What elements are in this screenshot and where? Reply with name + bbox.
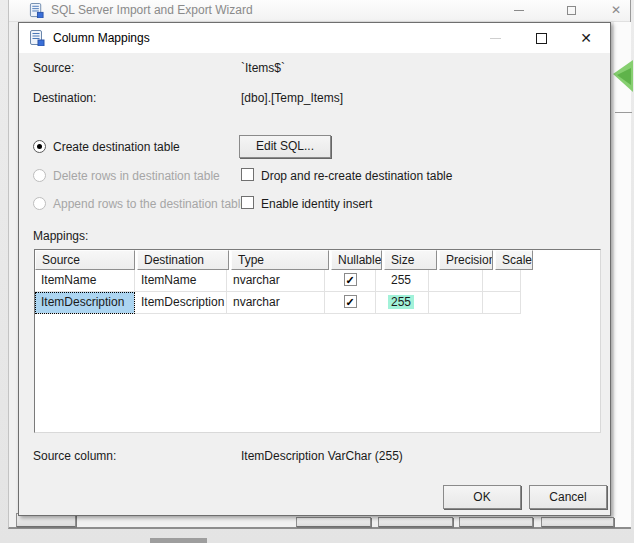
radio-append-rows: [33, 197, 46, 210]
cell-size[interactable]: 255: [376, 292, 429, 314]
table-row: ItemName ItemName nvarchar ✓ 255: [35, 270, 600, 292]
wizard-finish-button-partial[interactable]: [459, 517, 533, 527]
cell-size[interactable]: 255: [376, 270, 429, 292]
grid-header-source[interactable]: Source: [35, 250, 135, 270]
background-window-fragment: [150, 538, 207, 543]
edit-sql-button[interactable]: Edit SQL...: [239, 135, 331, 158]
cell-scale[interactable]: [483, 270, 521, 292]
grid-header-type[interactable]: Type: [231, 250, 329, 270]
dialog-title: Column Mappings: [53, 31, 150, 45]
wizard-cancel-button-partial[interactable]: [541, 517, 614, 527]
cancel-button[interactable]: Cancel: [529, 485, 607, 509]
cell-precision[interactable]: [429, 292, 483, 314]
wizard-maximize-button[interactable]: [556, 0, 586, 21]
radio-delete-rows: [33, 169, 46, 182]
wizard-back-button-partial[interactable]: [296, 517, 371, 527]
grid-header-scale[interactable]: Scale: [495, 250, 533, 270]
radio-delete-label: Delete rows in destination table: [53, 169, 220, 183]
column-mappings-dialog: Column Mappings ✕ Source: `Items$` Desti…: [18, 22, 611, 516]
cell-destination[interactable]: ItemName: [135, 270, 227, 292]
size-highlighted-value: 255: [388, 295, 414, 309]
dialog-titlebar[interactable]: Column Mappings ✕: [19, 23, 610, 53]
source-column-value: ItemDescription VarChar (255): [241, 449, 403, 463]
wizard-next-button-partial[interactable]: [378, 517, 453, 527]
dialog-maximize-button[interactable]: [524, 27, 558, 49]
grid-header-destination[interactable]: Destination: [137, 250, 229, 270]
cell-source-selected[interactable]: ItemDescription: [35, 292, 135, 314]
wizard-content-strip: [614, 22, 631, 527]
checkbox-enable-identity-label[interactable]: Enable identity insert: [261, 197, 372, 211]
destination-value: [dbo].[Temp_Items]: [241, 91, 343, 105]
destination-label: Destination:: [33, 91, 96, 105]
radio-create-label[interactable]: Create destination table: [53, 140, 180, 154]
grid-header-size[interactable]: Size: [384, 250, 437, 270]
dialog-close-button[interactable]: ✕: [569, 27, 603, 49]
cell-source[interactable]: ItemName: [35, 270, 135, 292]
wizard-titlebar[interactable]: SQL Server Import and Export Wizard ✕: [9, 0, 630, 22]
wizard-green-arrow-graphic: [613, 60, 633, 92]
ok-button[interactable]: OK: [443, 485, 521, 509]
wizard-close-button[interactable]: ✕: [601, 0, 631, 21]
source-label: Source:: [33, 61, 74, 75]
cell-nullable[interactable]: ✓: [325, 292, 376, 314]
wizard-app-icon: [29, 3, 44, 18]
source-value: `Items$`: [241, 61, 285, 75]
checkbox-drop-recreate[interactable]: [241, 168, 254, 181]
mappings-grid: Source Destination Type Nullable Size Pr…: [34, 249, 601, 433]
nullable-checkbox[interactable]: ✓: [344, 295, 357, 308]
dialog-app-icon: [29, 30, 45, 46]
cell-type[interactable]: nvarchar: [227, 270, 325, 292]
cell-nullable[interactable]: ✓: [325, 270, 376, 292]
dialog-minimize-button: [478, 27, 512, 49]
wizard-header-divider: [615, 112, 632, 113]
grid-header-nullable[interactable]: Nullable: [331, 250, 382, 270]
radio-create-destination-table[interactable]: [33, 140, 46, 153]
checkbox-drop-recreate-label[interactable]: Drop and re-create destination table: [261, 169, 452, 183]
nullable-checkbox[interactable]: ✓: [344, 273, 357, 286]
grid-header-precision[interactable]: Precision: [439, 250, 493, 270]
cell-precision[interactable]: [429, 270, 483, 292]
cell-scale[interactable]: [483, 292, 521, 314]
wizard-title: SQL Server Import and Export Wizard: [51, 3, 253, 17]
cell-type[interactable]: nvarchar: [227, 292, 325, 314]
table-row-selected: ItemDescription ItemDescription nvarchar…: [35, 292, 600, 314]
source-column-label: Source column:: [33, 449, 116, 463]
screen: SQL Server Import and Export Wizard ✕ Co…: [0, 0, 634, 543]
cell-destination[interactable]: ItemDescription: [135, 292, 227, 314]
radio-append-label: Append rows to the destination table: [53, 197, 247, 211]
grid-header-row: Source Destination Type Nullable Size Pr…: [35, 250, 600, 270]
mappings-label: Mappings:: [33, 229, 88, 243]
wizard-minimize-button[interactable]: [504, 0, 534, 21]
checkbox-enable-identity[interactable]: [241, 196, 254, 209]
